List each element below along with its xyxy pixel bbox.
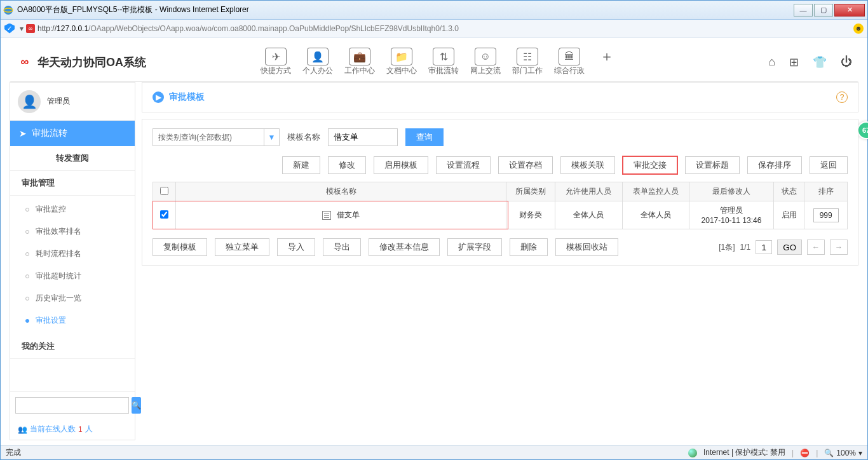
status-bar: 完成 Internet | 保护模式: 禁用 | ⛔ | 🔍 100% ▾ <box>1 445 867 459</box>
go-button[interactable]: GO <box>777 240 802 255</box>
col-3: 允许使用人员 <box>555 182 623 201</box>
action-保存排序[interactable]: 保存排序 <box>747 156 802 174</box>
power-icon[interactable]: ⏻ <box>841 55 852 69</box>
protected-mode-off-icon[interactable]: ⛔ <box>800 449 810 457</box>
col-0 <box>153 182 176 201</box>
action-设置流程[interactable]: 设置流程 <box>436 156 491 174</box>
page-input[interactable] <box>756 240 772 254</box>
sidebar-section2-title[interactable]: 我的关注 <box>10 334 135 359</box>
bottom-action-导出[interactable]: 导出 <box>323 238 361 256</box>
topnav-item-2[interactable]: 💼工作中心 <box>344 48 375 76</box>
action-设置存档[interactable]: 设置存档 <box>498 156 553 174</box>
query-button[interactable]: 查询 <box>405 128 444 146</box>
sidebar-item-4[interactable]: 历史审批一览 <box>10 287 135 309</box>
document-icon <box>322 211 331 220</box>
bullet-icon <box>25 274 29 278</box>
theme-icon[interactable]: 👕 <box>813 55 827 69</box>
pager: [1条] 1/1 GO ← → <box>719 240 848 255</box>
select-all-checkbox[interactable] <box>160 187 168 195</box>
topnav-item-3[interactable]: 📁文档中心 <box>386 48 417 76</box>
ie-icon <box>3 5 13 15</box>
apps-icon[interactable]: ⊞ <box>789 55 799 69</box>
topnav-item-6[interactable]: ☷部门工作 <box>512 48 543 76</box>
topnav-icon: ✈ <box>265 48 287 65</box>
bottom-action-独立菜单[interactable]: 独立菜单 <box>215 238 269 256</box>
topnav-item-4[interactable]: ⇅审批流转 <box>428 48 459 76</box>
topnav-item-8[interactable]: ＋ <box>596 48 618 76</box>
action-启用模板[interactable]: 启用模板 <box>374 156 428 174</box>
security-shield-icon[interactable]: ✓ <box>4 24 15 34</box>
url-field[interactable]: http://127.0.0.1/OAapp/WebObjects/OAapp.… <box>37 24 853 33</box>
sidebar-item-0[interactable]: 审批监控 <box>10 198 135 220</box>
bottom-action-扩展字段[interactable]: 扩展字段 <box>447 238 502 256</box>
row-checkbox[interactable] <box>160 210 168 219</box>
chevron-down-icon: ▼ <box>264 129 279 145</box>
row-category: 财务类 <box>506 201 555 229</box>
window-title: OA8000平台版_FPLMYSQL5--审批模板 - Windows Inte… <box>17 4 792 15</box>
bottom-action-row: 复制模板独立菜单导入导出修改基本信息扩展字段删除模板回收站 [1条] 1/1 G… <box>153 238 848 256</box>
action-模板关联[interactable]: 模板关联 <box>560 156 615 174</box>
security-dropdown-icon[interactable]: ▾ <box>20 24 24 33</box>
logo-mark-icon: ∞ <box>16 57 34 68</box>
help-icon[interactable]: ? <box>836 91 848 103</box>
action-返回[interactable]: 返回 <box>810 156 848 174</box>
bottom-action-模板回收站[interactable]: 模板回收站 <box>555 238 618 256</box>
col-5: 最后修改人 <box>689 182 774 201</box>
home-icon[interactable]: ⌂ <box>768 55 775 69</box>
sidebar-active-module[interactable]: ➤ 审批流转 <box>10 121 135 146</box>
status-done: 完成 <box>6 447 21 458</box>
prev-page-button[interactable]: ← <box>807 240 825 255</box>
bullet-icon <box>25 297 29 301</box>
minimize-button[interactable]: — <box>794 4 813 17</box>
svg-point-0 <box>4 6 13 15</box>
topnav-item-5[interactable]: ☺网上交流 <box>470 48 501 76</box>
bottom-action-复制模板[interactable]: 复制模板 <box>153 238 207 256</box>
sidebar-item-3[interactable]: 审批超时统计 <box>10 265 135 287</box>
action-设置标题[interactable]: 设置标题 <box>685 156 740 174</box>
row-status: 启用 <box>773 201 804 229</box>
topnav-icon: ☺ <box>475 48 496 65</box>
user-name: 管理员 <box>47 96 70 107</box>
address-bar: ✓ ▾ ∞ http://127.0.0.1/OAapp/WebObjects/… <box>1 20 867 37</box>
bottom-action-删除[interactable]: 删除 <box>510 238 548 256</box>
close-button[interactable]: ✕ <box>834 4 865 17</box>
sidebar-menu: 审批监控审批效率排名耗时流程排名审批超时统计历史审批一览审批设置 <box>10 196 135 334</box>
next-page-button[interactable]: → <box>830 240 848 255</box>
sidebar-item-2[interactable]: 耗时流程排名 <box>10 243 135 265</box>
maximize-button[interactable]: ▢ <box>814 4 833 17</box>
table-row[interactable]: 借支单 财务类 全体人员 全体人员 管理员 2017-10-11 13:46 启… <box>153 201 848 229</box>
bullet-icon <box>25 252 29 256</box>
sidebar-search-button[interactable]: 🔍 <box>132 397 141 414</box>
sidebar-item-1[interactable]: 审批效率排名 <box>10 220 135 243</box>
page-title-icon: ▶ <box>153 91 164 103</box>
row-name: 借支单 <box>337 210 360 219</box>
sidebar-search-input[interactable] <box>15 397 129 414</box>
sidebar-search: 🔍 <box>10 391 135 419</box>
bottom-action-导入[interactable]: 导入 <box>277 238 315 256</box>
row-order-input[interactable]: 999 <box>813 208 839 222</box>
action-修改[interactable]: 修改 <box>328 156 366 174</box>
sidebar-prev-section[interactable]: 转发查阅 <box>10 146 135 171</box>
bullet-icon <box>25 230 29 234</box>
bottom-action-修改基本信息[interactable]: 修改基本信息 <box>369 238 440 256</box>
status-net: Internet | 保护模式: 禁用 <box>703 447 785 458</box>
template-name-input[interactable] <box>328 128 398 146</box>
page-title: 审批模板 <box>169 91 205 103</box>
category-combo[interactable]: 按类别查询(全部数据) ▼ <box>153 128 280 146</box>
top-right-icons: ⌂⊞👕⏻ <box>768 55 852 69</box>
action-新建[interactable]: 新建 <box>282 156 320 174</box>
row-modifier: 管理员 2017-10-11 13:46 <box>689 201 774 229</box>
topnav-icon: ＋ <box>596 48 618 65</box>
topnav-item-0[interactable]: ✈快捷方式 <box>261 48 291 76</box>
zoom-control[interactable]: 🔍 100% ▾ <box>824 449 862 457</box>
record-count: [1条] <box>719 242 735 253</box>
action-审批交接[interactable]: 审批交接 <box>623 156 677 174</box>
sidebar-item-5[interactable]: 审批设置 <box>10 309 135 332</box>
topnav-item-1[interactable]: 👤个人办公 <box>302 48 333 76</box>
topnav-item-7[interactable]: 🏛综合行政 <box>554 48 585 76</box>
feedback-icon[interactable]: ☻ <box>853 24 864 34</box>
col-1: 模板名称 <box>176 182 506 201</box>
template-name-label: 模板名称 <box>287 132 320 143</box>
bullet-icon <box>25 319 29 323</box>
avatar-icon: 👤 <box>18 90 41 113</box>
